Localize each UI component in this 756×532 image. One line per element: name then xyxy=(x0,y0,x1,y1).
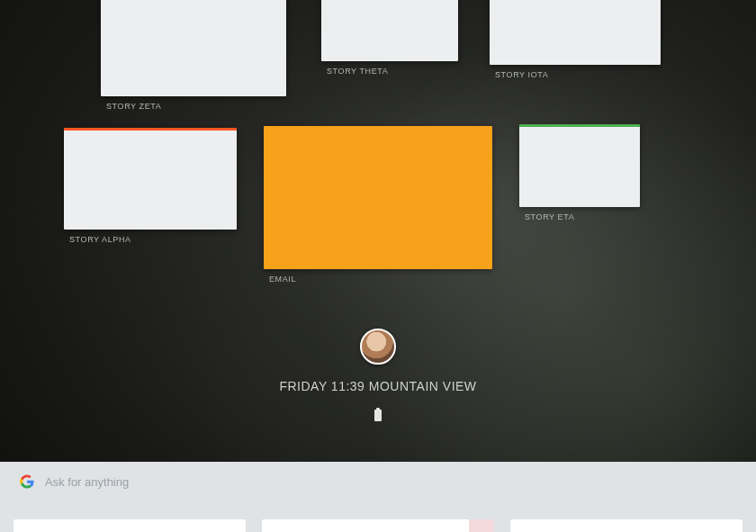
bottom-panel xyxy=(0,462,756,532)
story-card-eta[interactable]: STORY ETA xyxy=(519,124,640,207)
avatar[interactable] xyxy=(360,329,396,365)
story-label: STORY ETA xyxy=(525,212,574,221)
accent-bar xyxy=(519,124,640,127)
suggestion-card[interactable] xyxy=(510,519,742,532)
story-label: EMAIL xyxy=(269,275,296,284)
suggestion-card[interactable] xyxy=(262,519,494,532)
story-label: STORY ZETA xyxy=(106,102,161,111)
stories-area: STORY ZETA STORY THETA STORY IOTA STORY … xyxy=(0,0,756,297)
card-chip xyxy=(469,519,494,532)
story-card-zeta[interactable]: STORY ZETA xyxy=(101,0,286,96)
search-input[interactable] xyxy=(45,475,736,489)
ask-row xyxy=(0,462,756,498)
google-logo-icon xyxy=(20,474,34,489)
suggestion-card[interactable] xyxy=(14,519,246,532)
story-card-theta[interactable]: STORY THETA xyxy=(321,0,458,61)
story-card-alpha[interactable]: STORY ALPHA xyxy=(64,128,237,230)
story-label: STORY THETA xyxy=(327,67,388,76)
accent-bar xyxy=(64,128,237,131)
battery-icon xyxy=(374,410,382,421)
story-label: STORY ALPHA xyxy=(69,235,131,244)
story-card-email[interactable]: EMAIL xyxy=(264,126,492,269)
suggestion-cards xyxy=(0,519,756,532)
story-label: STORY IOTA xyxy=(495,70,548,79)
story-card-iota[interactable]: STORY IOTA xyxy=(490,0,661,65)
status-line: FRIDAY 11:39 MOUNTAIN VIEW xyxy=(0,379,756,393)
status-block: FRIDAY 11:39 MOUNTAIN VIEW xyxy=(0,329,756,425)
